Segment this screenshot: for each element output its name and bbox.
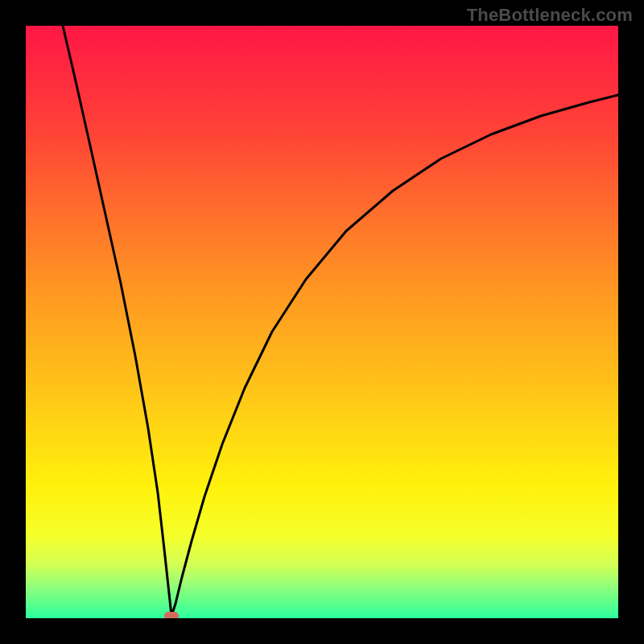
bottleneck-curve [63,26,618,616]
plot-area [26,26,618,618]
chart-frame: TheBottleneck.com [0,0,644,644]
watermark-text: TheBottleneck.com [467,5,633,26]
curve-svg [26,26,618,618]
minimum-marker [164,612,179,618]
